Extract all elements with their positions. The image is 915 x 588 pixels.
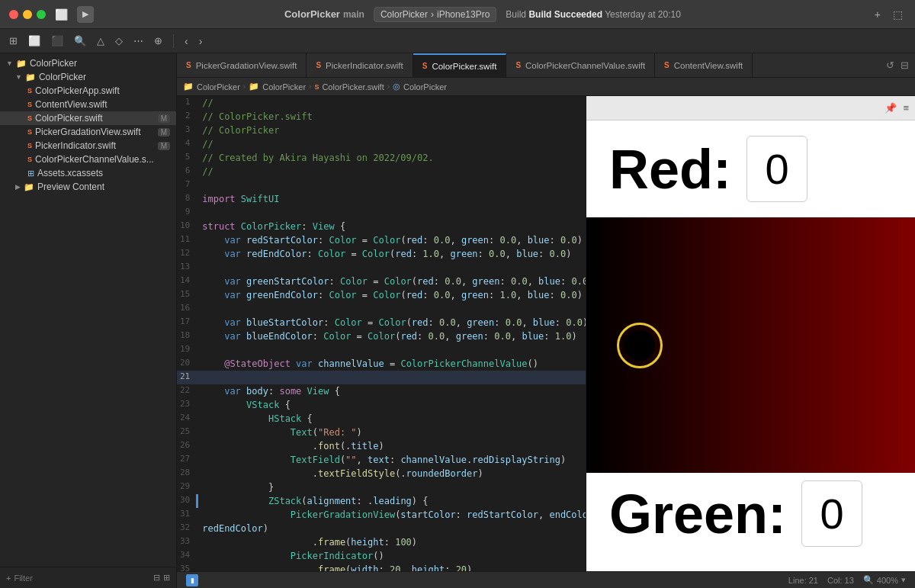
separator [173,34,174,48]
pin-icon[interactable]: 📌 [884,102,897,114]
tab-label: ContentView.swift [674,61,743,70]
group-icon[interactable]: ⬛ [48,34,66,48]
main-content: ▼ 📁 ColorPicker ▼ 📁 ColorPicker S ColorP… [0,53,915,588]
layout-button[interactable]: ⬚ [890,7,906,22]
minimize-button[interactable] [23,10,32,19]
line-number: 19 [177,343,196,357]
code-line: 7 [177,178,586,192]
root-group[interactable]: ▼ 📁 ColorPicker [0,56,176,70]
line-number: 11 [177,233,196,247]
line-number: 4 [177,137,196,151]
line-content: // [196,96,586,110]
line-content: var greenStartColor: Color = Color(red: … [196,275,586,288]
code-editor[interactable]: 1 // 2 // ColorPicker.swift 3 // ColorPi… [177,96,586,571]
close-button[interactable] [9,10,18,19]
picker-indicator-inner [624,330,655,361]
swift-file-icon: S [27,156,32,163]
status-indicator: ▮ [186,574,198,586]
line-content: var body: some View { [196,384,586,398]
breadcrumb-sep: › [309,82,311,91]
tab-colorpicker[interactable]: S ColorPicker.swift [413,53,507,77]
line-number: 28 [177,467,196,480]
filter-input[interactable] [14,574,150,583]
bookmark-icon[interactable]: ◇ [112,34,126,48]
sidebar: ▼ 📁 ColorPicker ▼ 📁 ColorPicker S ColorP… [0,53,177,588]
line-number: 7 [177,178,196,192]
add-button[interactable]: + [872,7,884,22]
colorpicker-group[interactable]: ▼ 📁 ColorPicker [0,70,176,84]
breadcrumb-item-3[interactable]: S ColorPicker.swift [314,82,384,92]
view-options-icon[interactable]: ⊟ [901,59,909,71]
breadcrumb-item-4[interactable]: ◎ ColorPicker [393,82,447,92]
file-item-colorpickerapp[interactable]: S ColorPickerApp.swift [0,84,176,98]
root-label: ColorPicker [30,58,77,69]
code-line: 28 .textFieldStyle(.roundedBorder) [177,467,586,480]
breadcrumb-item-1[interactable]: 📁 ColorPicker [183,82,240,92]
tab-contentview[interactable]: S ContentView.swift [655,53,753,77]
file-name: ContentView.swift [35,99,108,110]
preview-panel: 📌 ≡ Red: 0 [586,96,915,571]
add-filter-icon[interactable]: + [6,574,11,583]
line-number: 6 [177,165,196,178]
search-icon[interactable]: 🔍 [71,34,89,48]
options-icon[interactable]: ⊞ [163,573,170,583]
warning-icon[interactable]: △ [94,34,108,48]
breadcrumb-item-2[interactable]: 📁 ColorPicker [249,82,306,92]
chevron-down-icon: ▼ [15,73,22,81]
line-content: // Created by Akira Hayashi on 2022/09/0… [196,151,586,165]
grid-view-icon[interactable]: ⊞ [6,34,21,48]
file-icon[interactable]: ⬜ [25,34,43,48]
file-item-pickerindicator[interactable]: S PickerIndicator.swift M [0,139,176,153]
zoom-control[interactable]: 🔍 400% ▾ [863,575,906,585]
preview-content-group[interactable]: ▶ 📁 Preview Content [0,180,176,194]
modified-badge: M [158,128,170,137]
settings-icon[interactable]: ⊕ [151,34,165,48]
tab-pickerindicator[interactable]: S PickerIndicator.swift [307,53,413,77]
line-content: .frame(height: 100) [196,535,586,549]
code-line: 20 @StateObject var channelValue = Color… [177,357,586,371]
back-button[interactable]: ‹ [181,34,191,49]
line-number: 20 [177,357,196,371]
device-selector[interactable]: ColorPicker › iPhone13Pro [374,7,496,22]
tab-pickergradationview[interactable]: S PickerGradationView.swift [177,53,307,77]
run-button[interactable]: ▶ [77,6,94,23]
line-number: 31 [177,508,196,522]
code-line: 16 [177,302,586,316]
line-content: // [196,137,586,151]
more-icon[interactable]: ⋯ [130,34,146,48]
build-status-text: Build Succeeded [528,9,602,20]
preview-red-section: Red: 0 [586,120,915,217]
forward-button[interactable]: › [196,34,206,49]
maximize-button[interactable] [37,10,46,19]
tab-colorpickerchannelvalue[interactable]: S ColorPickerChannelValue.swift [506,53,655,77]
file-item-channelvalue[interactable]: S ColorPickerChannelValue.s... [0,153,176,166]
build-time: Yesterday at 20:10 [605,9,681,20]
line-content: VStack { [196,398,586,412]
line-content [196,261,586,275]
file-name: Assets.xcassets [37,168,103,178]
toolbar: ⊞ ⬜ ⬛ 🔍 △ ◇ ⋯ ⊕ ‹ › [0,29,915,53]
line-content: .textFieldStyle(.roundedBorder) [196,467,586,480]
folder-icon: 📁 [249,82,259,92]
sort-icon[interactable]: ⊟ [153,573,160,583]
code-line: 2 // ColorPicker.swift [177,110,586,124]
red-value-box: 0 [746,136,807,202]
code-line: 10 struct ColorPicker: View { [177,220,586,233]
list-icon[interactable]: ≡ [903,102,909,114]
breadcrumb-text-3: ColorPicker.swift [322,82,384,92]
line-content: .font(.title) [196,439,586,453]
group-label: ColorPicker [39,72,86,82]
file-item-pickergradation[interactable]: S PickerGradationView.swift M [0,125,176,139]
breadcrumb-text-4: ColorPicker [403,82,447,92]
swift-file-icon: S [27,142,32,149]
breadcrumb-sep: › [387,82,390,91]
green-value-box: 0 [801,480,862,547]
preview-gradient-section [586,217,915,473]
file-item-assets[interactable]: ⊞ Assets.xcassets [0,166,176,180]
green-value: 0 [820,490,844,538]
file-item-colorpicker[interactable]: S ColorPicker.swift M [0,111,176,125]
sidebar-toggle-icon[interactable]: ⬜ [52,7,71,22]
traffic-lights [9,10,46,19]
file-item-contentview[interactable]: S ContentView.swift [0,98,176,111]
refresh-icon[interactable]: ↺ [886,59,894,71]
